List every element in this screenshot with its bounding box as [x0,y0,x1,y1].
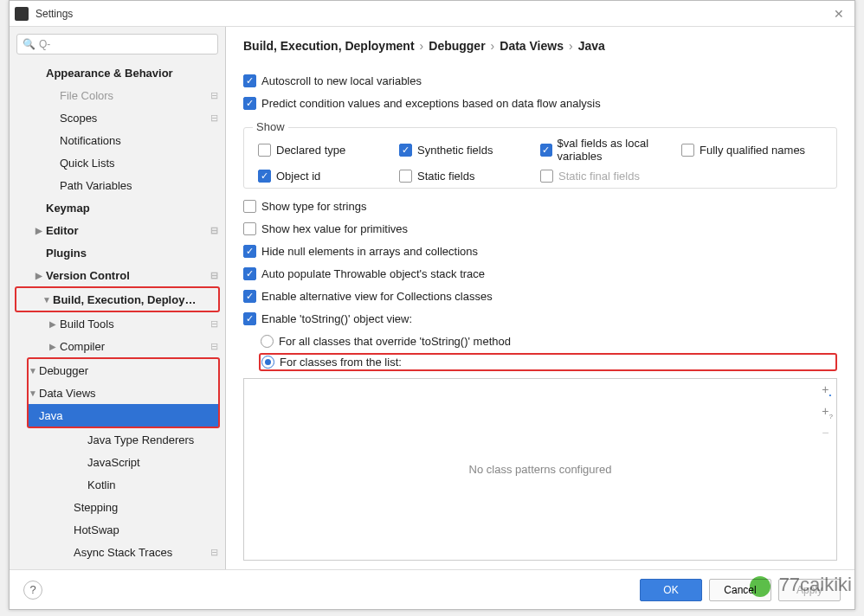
show-checkbox[interactable] [399,170,412,183]
chevron-icon: ▼ [29,366,39,375]
tree-item-file-colors[interactable]: File Colors⊟ [10,84,225,106]
tree-item-kotlin[interactable]: Kotlin [10,473,225,496]
options-area: ✓Autoscroll to new local variables ✓Pred… [243,70,837,569]
add-pattern-help-icon[interactable]: +? [822,404,833,420]
breadcrumb-sep: › [420,39,424,53]
tree-item-hotswap[interactable]: HotSwap [10,518,225,541]
project-scope-icon: ⊟ [208,318,220,330]
tree-item-label: Scopes [60,112,208,125]
tree-item-data-views[interactable]: ▼Data Views [29,382,218,404]
tree-item-version-control[interactable]: ▶Version Control⊟ [10,264,225,286]
search-wrap: 🔍 Q- [10,27,225,61]
tree-item-label: Build, Execution, Deployment [53,293,201,306]
titlebar: Settings ✕ [10,1,854,27]
breadcrumb: Build, Execution, Deployment›Debugger›Da… [243,39,837,53]
show-checkbox[interactable]: ✓ [399,144,412,157]
search-input[interactable]: 🔍 Q- [16,34,218,55]
breadcrumb-part[interactable]: Java [578,39,605,53]
tree-item-label: Java [39,409,201,422]
chevron-icon: ▼ [29,388,39,398]
show-checkbox[interactable] [681,144,694,157]
tree-item-scopes[interactable]: Scopes⊟ [10,106,225,129]
breadcrumb-part[interactable]: Debugger [429,39,485,53]
tree-item-java-type-renderers[interactable]: Java Type Renderers [10,428,225,451]
tree-item-plugins[interactable]: Plugins [10,241,225,264]
tree-item-label: Debugger [39,364,201,377]
tree-item-quick-lists[interactable]: Quick Lists [10,151,225,174]
enable-tostring-checkbox[interactable]: ✓ [243,312,256,325]
predict-checkbox[interactable]: ✓ [243,97,256,110]
radio-all-classes[interactable] [261,335,274,348]
help-icon[interactable]: ? [23,581,42,600]
project-scope-icon: ⊟ [208,340,220,352]
auto-throwable-checkbox[interactable]: ✓ [243,267,256,280]
tree-item-debugger[interactable]: ▼Debugger [29,359,218,382]
tree-item-label: Keymap [46,202,208,215]
tree-item-label: Path Variables [60,179,208,192]
class-list-tools: +• +? − [822,382,833,440]
tree-item-java[interactable]: Java [29,404,218,427]
tree-item-appearance-behavior[interactable]: Appearance & Behavior [10,61,225,84]
settings-tree[interactable]: Appearance & BehaviorFile Colors⊟Scopes⊟… [10,61,225,569]
tree-item-async-stack-traces[interactable]: Async Stack Traces⊟ [10,541,225,563]
project-scope-icon: ⊟ [208,546,220,558]
tree-item-label: Remote Jar Repositories [60,568,208,570]
alt-collections-checkbox[interactable]: ✓ [243,290,256,303]
tree-item-path-variables[interactable]: Path Variables [10,174,225,196]
tree-item-notifications[interactable]: Notifications [10,129,225,151]
hide-null-checkbox[interactable]: ✓ [243,245,256,258]
project-scope-icon [208,501,220,513]
tree-item-label: File Colors [60,89,208,102]
tree-item-label: Java Type Renderers [87,433,208,446]
show-hex-checkbox[interactable] [243,222,256,235]
show-label: Declared type [276,144,345,157]
dialog-body: 🔍 Q- Appearance & BehaviorFile Colors⊟Sc… [10,27,854,569]
tree-item-label: JavaScript [87,456,208,469]
app-icon [15,7,29,21]
tree-item-keymap[interactable]: Keymap [10,196,225,219]
project-scope-icon [201,293,213,305]
search-icon: 🔍 [23,38,35,50]
radio-class-list[interactable] [261,356,274,369]
tree-item-label: Data Views [39,387,201,400]
add-pattern-icon[interactable]: +• [822,382,833,399]
breadcrumb-part[interactable]: Build, Execution, Deployment [243,39,415,53]
chevron-icon: ▶ [49,342,60,351]
close-icon[interactable]: ✕ [829,7,849,21]
chevron-icon: ▶ [35,226,46,235]
breadcrumb-part[interactable]: Data Views [500,39,564,53]
tree-item-stepping[interactable]: Stepping [10,496,225,518]
tree-item-build-tools[interactable]: ▶Build Tools⊟ [10,312,225,335]
highlight-box: ▼Build, Execution, Deployment [15,286,220,312]
tree-item-remote-jar-repositories[interactable]: Remote Jar Repositories⊟ [10,563,225,569]
project-scope-icon [201,409,213,421]
project-scope-icon [208,523,220,536]
remove-pattern-icon[interactable]: − [822,426,833,440]
chevron-icon: ▶ [49,319,60,329]
project-scope-icon: ⊟ [208,112,220,124]
class-patterns-area[interactable]: No class patterns configured +• +? − [243,378,837,561]
show-type-checkbox[interactable] [243,200,256,213]
tree-item-editor[interactable]: ▶Editor⊟ [10,219,225,241]
show-fieldset: Show Declared type✓Synthetic fields✓$val… [243,127,837,189]
ok-button[interactable]: OK [640,579,702,601]
tree-item-label: Compiler [60,340,208,353]
show-checkbox[interactable]: ✓ [258,170,271,183]
dialog-footer: ? OK Cancel Apply [10,569,854,609]
project-scope-icon [208,478,220,491]
project-scope-icon [208,247,220,259]
tree-item-javascript[interactable]: JavaScript [10,451,225,473]
project-scope-icon: ⊟ [208,568,220,569]
tree-item-label: Appearance & Behavior [46,67,208,80]
tree-item-label: HotSwap [74,523,208,536]
show-checkbox[interactable]: ✓ [540,144,552,157]
breadcrumb-sep: › [569,39,573,53]
project-scope-icon: ⊟ [208,269,220,281]
tree-item-build-execution-deployment[interactable]: ▼Build, Execution, Deployment [16,288,218,311]
autoscroll-checkbox[interactable]: ✓ [243,74,256,87]
show-label: Synthetic fields [417,144,493,157]
sidebar: 🔍 Q- Appearance & BehaviorFile Colors⊟Sc… [10,27,226,569]
tree-item-compiler[interactable]: ▶Compiler⊟ [10,335,225,357]
show-checkbox[interactable] [258,144,271,157]
chevron-icon: ▼ [42,295,53,305]
